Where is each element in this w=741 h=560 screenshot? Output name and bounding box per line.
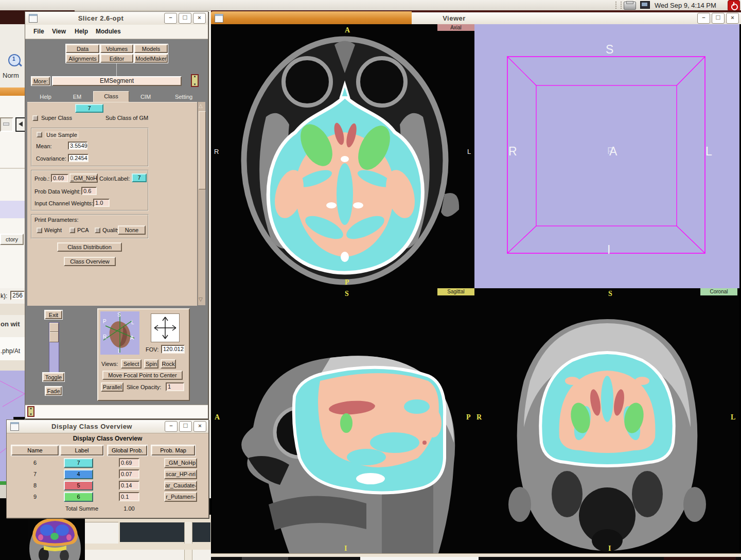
row-prob-entry[interactable]: 0.14 — [119, 481, 139, 490]
menu-help[interactable]: Help — [75, 28, 88, 35]
opacity-slider[interactable] — [49, 322, 59, 373]
coronal-viewport[interactable]: S R L I Coronal — [474, 288, 739, 553]
rock-view-button[interactable]: Rock — [161, 359, 176, 369]
column-header-global-prob[interactable]: Global Prob. — [108, 445, 147, 456]
close-button[interactable]: × — [193, 421, 206, 432]
toggle-button[interactable]: Toggle — [43, 373, 64, 381]
column-header-name[interactable]: Name — [11, 445, 59, 456]
bg-orange-window-titlebar[interactable] — [211, 11, 412, 25]
row-label-button[interactable]: 7 — [64, 458, 93, 468]
spinner-down-icon[interactable]: ▼ — [29, 413, 32, 416]
prob-entry[interactable]: 0.69 — [51, 174, 68, 182]
tab-setting[interactable]: Setting — [162, 92, 205, 102]
sagittal-viewport[interactable]: S A P I Sagittal — [212, 288, 474, 553]
spinner-up-icon[interactable]: ▲ — [193, 75, 197, 78]
none-button[interactable]: None — [118, 225, 146, 235]
column-header-label[interactable]: Label — [60, 445, 103, 456]
module-button-alignments[interactable]: Alignments — [66, 54, 99, 63]
bg-slider-box[interactable] — [0, 117, 13, 132]
bottom-spinner[interactable]: ▲ ▼ — [27, 406, 34, 417]
maximize-button[interactable]: ☐ — [179, 421, 192, 432]
module-button-models[interactable]: Models — [134, 44, 168, 53]
slice-opacity-entry[interactable]: 1 — [166, 382, 184, 391]
sagittal-tag[interactable]: Sagittal — [437, 288, 474, 295]
slicer-titlebar[interactable]: Slicer 2.6-opt − ☐ × — [25, 12, 208, 25]
color-label-button[interactable]: 7 — [132, 173, 147, 182]
scrollbar-up-icon[interactable]: △ — [199, 103, 203, 109]
fov-entry[interactable]: 120.0128 — [161, 345, 185, 354]
column-header-prob-map[interactable]: Prob. Map — [151, 445, 195, 456]
pan-crosshair-icon[interactable] — [151, 313, 180, 342]
power-icon[interactable] — [728, 0, 740, 11]
tab-em[interactable]: EM — [62, 92, 92, 102]
directory-button[interactable]: ctory — [0, 234, 24, 245]
zoom-icon[interactable]: 1 — [8, 54, 21, 66]
k-entry[interactable]: 256 — [10, 291, 25, 300]
overview-titlebar[interactable]: Display Class Overview − ☐ × — [7, 420, 208, 433]
opacity-slider-thumb[interactable] — [49, 323, 59, 342]
use-sample-checkbox[interactable] — [37, 132, 42, 137]
close-button[interactable]: × — [193, 13, 206, 24]
spinner-down-icon[interactable]: ▼ — [193, 83, 197, 86]
minimize-button[interactable]: − — [164, 13, 177, 24]
maximize-button[interactable]: ☐ — [179, 13, 191, 24]
maximize-button[interactable]: ☐ — [712, 13, 725, 24]
class-overview-button[interactable]: Class Overview — [64, 257, 116, 266]
class-panel-scrollbar[interactable]: △ ▽ — [198, 102, 205, 305]
menu-file[interactable]: File — [33, 28, 44, 35]
move-focal-point-button[interactable]: Move Focal Point to Center — [102, 371, 183, 380]
minimize-button[interactable]: − — [165, 421, 178, 432]
fade-button[interactable]: Fade — [45, 387, 62, 395]
view3d-viewport[interactable]: S R P A L I — [474, 24, 739, 288]
clock[interactable]: Wed Sep 9, 4:14 PM — [655, 2, 716, 9]
row-label-button[interactable]: 6 — [64, 492, 93, 502]
input-channel-weights-entry[interactable]: 1.0 — [93, 199, 110, 207]
pca-checkbox[interactable] — [69, 227, 75, 233]
printer-icon[interactable] — [624, 2, 636, 10]
row-label-button[interactable]: 5 — [64, 481, 93, 491]
coronal-tag[interactable]: Coronal — [700, 288, 737, 295]
tab-class[interactable]: Class — [93, 91, 129, 102]
class-distribution-button[interactable]: Class Distribution — [57, 242, 122, 252]
module-button-data[interactable]: Data — [66, 44, 99, 53]
exit-button[interactable]: Exit — [45, 310, 62, 319]
spin-view-button[interactable]: Spin — [144, 359, 158, 369]
row-prob-entry[interactable]: 0.69 — [119, 458, 139, 467]
tab-cim[interactable]: CIM — [130, 92, 161, 102]
minimize-button[interactable]: − — [697, 13, 710, 24]
menu-modules[interactable]: Modules — [96, 28, 121, 35]
php-link[interactable]: .php/At — [1, 347, 20, 355]
menu-view[interactable]: View — [52, 28, 66, 35]
weight-checkbox[interactable] — [37, 227, 42, 233]
module-button-modelmaker[interactable]: ModelMaker — [134, 54, 168, 63]
class-number-button[interactable]: 7 — [75, 104, 103, 113]
scrollbar-thumb[interactable] — [199, 111, 206, 189]
row-prob-map-button[interactable]: ar_Caudate- — [164, 481, 197, 491]
more-button[interactable]: More: — [31, 77, 50, 85]
module-select-spinner[interactable]: ▲ ▼ — [191, 74, 199, 87]
quality-checkbox[interactable] — [95, 227, 100, 233]
close-button[interactable]: × — [726, 13, 739, 24]
row-prob-map-button[interactable]: scar_HP-nri — [164, 469, 197, 479]
row-prob-entry[interactable]: 0.07 — [119, 469, 139, 479]
row-prob-map-button[interactable]: r_Putamen- — [164, 492, 197, 502]
parallel-button[interactable]: Parallel — [101, 382, 123, 392]
panel-drag-handle[interactable] — [615, 2, 622, 9]
display-icon[interactable] — [640, 1, 650, 9]
covariance-entry[interactable]: 0.2454 — [68, 154, 89, 162]
axial-tag[interactable]: Axial — [437, 24, 474, 31]
axial-viewport[interactable]: A R L P Axial — [212, 24, 474, 288]
mean-entry[interactable]: 3.5549 — [68, 142, 87, 150]
super-class-checkbox[interactable] — [32, 115, 38, 121]
head-orientation-preview[interactable]: S P L R A I — [100, 311, 139, 355]
module-select[interactable]: EMSegment — [52, 76, 182, 86]
row-label-button[interactable]: 4 — [64, 469, 93, 479]
scrollbar-down-icon[interactable]: ▽ — [199, 296, 203, 302]
select-view-button[interactable]: Select — [121, 359, 142, 369]
module-button-volumes[interactable]: Volumes — [100, 44, 133, 53]
module-button-editor[interactable]: Editor — [100, 54, 133, 63]
tab-help[interactable]: Help — [31, 92, 60, 102]
prob-map-button[interactable]: _GM_NoHp — [69, 173, 98, 183]
prob-data-weight-entry[interactable]: 0.6 — [81, 187, 97, 195]
spinner-up-icon[interactable]: ▲ — [29, 407, 32, 410]
